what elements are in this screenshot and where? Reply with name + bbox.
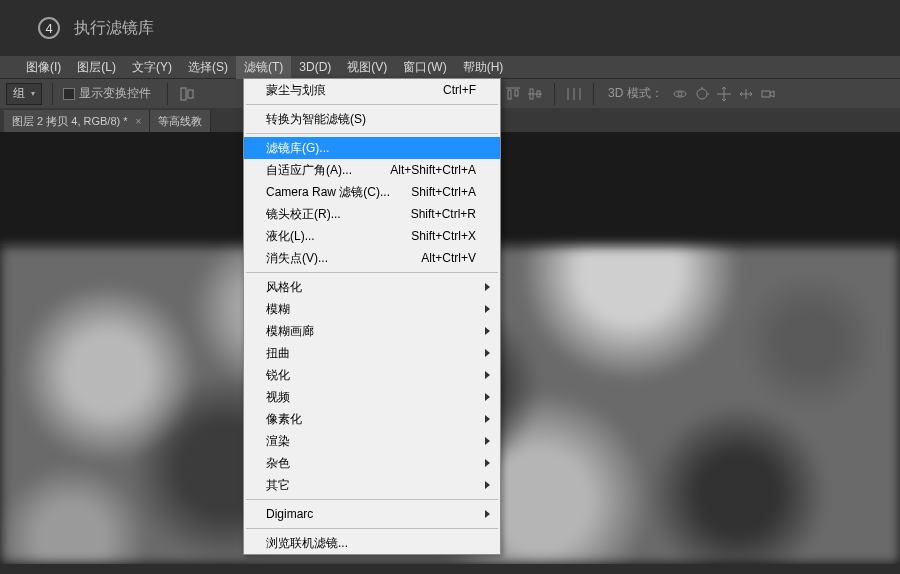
svg-point-12 [678, 92, 682, 96]
filter-menu-item[interactable]: 扭曲 [244, 342, 500, 364]
menu-separator [246, 104, 498, 105]
show-transform-label: 显示变换控件 [79, 85, 151, 102]
filter-menu-item[interactable]: 转换为智能滤镜(S) [244, 108, 500, 130]
menu-item[interactable]: 窗口(W) [395, 56, 454, 79]
menu-separator [246, 133, 498, 134]
menu-item-label: 蒙尘与划痕 [266, 82, 443, 99]
filter-menu-item[interactable]: 镜头校正(R)...Shift+Ctrl+R [244, 203, 500, 225]
separator [52, 83, 53, 105]
svg-point-13 [697, 89, 707, 99]
submenu-arrow-icon [485, 349, 490, 357]
menu-item[interactable]: 滤镜(T) [236, 56, 291, 79]
menu-bar: 图像(I)图层(L)文字(Y)选择(S)滤镜(T)3D(D)视图(V)窗口(W)… [0, 56, 900, 78]
filter-menu-item[interactable]: 视频 [244, 386, 500, 408]
submenu-arrow-icon [485, 481, 490, 489]
filter-menu-item[interactable]: 其它 [244, 474, 500, 496]
document-tab-label: 图层 2 拷贝 4, RGB/8) * [12, 114, 128, 129]
filter-menu-item[interactable]: 模糊 [244, 298, 500, 320]
filter-menu-item[interactable]: 风格化 [244, 276, 500, 298]
filter-menu-item[interactable]: 浏览联机滤镜... [244, 532, 500, 554]
step-title-bar: 4 执行滤镜库 [0, 0, 900, 56]
menu-item[interactable]: 图像(I) [18, 56, 69, 79]
menu-item[interactable]: 帮助(H) [455, 56, 512, 79]
filter-menu-item[interactable]: 滤镜库(G)... [244, 137, 500, 159]
menu-separator [246, 528, 498, 529]
svg-rect-0 [181, 88, 186, 100]
menu-item-label: 渲染 [266, 433, 476, 450]
submenu-arrow-icon [485, 459, 490, 467]
layer-group-combo-label: 组 [13, 85, 25, 102]
filter-menu-item[interactable]: 杂色 [244, 452, 500, 474]
filter-menu-item[interactable]: 自适应广角(A)...Alt+Shift+Ctrl+A [244, 159, 500, 181]
menu-item-shortcut: Alt+Shift+Ctrl+A [390, 163, 476, 177]
submenu-arrow-icon [485, 283, 490, 291]
menu-item-label: 锐化 [266, 367, 476, 384]
orbit-3d-icon[interactable] [671, 85, 689, 103]
filter-menu-item[interactable]: 像素化 [244, 408, 500, 430]
pan-3d-icon[interactable] [715, 85, 733, 103]
svg-rect-14 [762, 91, 770, 97]
menu-item[interactable]: 视图(V) [339, 56, 395, 79]
submenu-arrow-icon [485, 371, 490, 379]
align-middle-icon[interactable] [526, 85, 544, 103]
camera-3d-icon[interactable] [759, 85, 777, 103]
filter-menu-dropdown: 蒙尘与划痕Ctrl+F转换为智能滤镜(S)滤镜库(G)...自适应广角(A)..… [243, 78, 501, 555]
rotate-3d-icon[interactable] [693, 85, 711, 103]
menu-item[interactable]: 3D(D) [291, 57, 339, 77]
3d-mode-label: 3D 模式： [608, 85, 663, 102]
layer-group-combo[interactable]: 组 ▾ [6, 83, 42, 105]
status-bar [0, 564, 900, 574]
step-number-badge: 4 [38, 17, 60, 39]
filter-menu-item[interactable]: 渲染 [244, 430, 500, 452]
menu-item-label: Digimarc [266, 507, 476, 521]
menu-item[interactable]: 选择(S) [180, 56, 236, 79]
document-tab-label: 等高线教 [158, 114, 202, 129]
step-title-text: 执行滤镜库 [74, 18, 154, 39]
menu-item-label: 像素化 [266, 411, 476, 428]
submenu-arrow-icon [485, 305, 490, 313]
filter-menu-item[interactable]: Camera Raw 滤镜(C)...Shift+Ctrl+A [244, 181, 500, 203]
document-tab[interactable]: 等高线教 [150, 110, 211, 132]
slide-3d-icon[interactable] [737, 85, 755, 103]
menu-item[interactable]: 图层(L) [69, 56, 124, 79]
align-top-icon[interactable] [504, 85, 522, 103]
menu-item-shortcut: Ctrl+F [443, 83, 476, 97]
menu-item-label: 杂色 [266, 455, 476, 472]
menu-item-label: 液化(L)... [266, 228, 411, 245]
menu-item-label: 滤镜库(G)... [266, 140, 476, 157]
distribute-icon[interactable] [565, 85, 583, 103]
filter-menu-item[interactable]: Digimarc [244, 503, 500, 525]
menu-item-label: 视频 [266, 389, 476, 406]
menu-item-shortcut: Alt+Ctrl+V [421, 251, 476, 265]
svg-rect-1 [188, 90, 193, 98]
filter-menu-item[interactable]: 液化(L)...Shift+Ctrl+X [244, 225, 500, 247]
show-transform-checkbox[interactable] [63, 88, 75, 100]
menu-item-label: 风格化 [266, 279, 476, 296]
menu-item[interactable]: 文字(Y) [124, 56, 180, 79]
chevron-down-icon: ▾ [31, 89, 35, 98]
menu-item-label: Camera Raw 滤镜(C)... [266, 184, 411, 201]
filter-menu-item[interactable]: 消失点(V)...Alt+Ctrl+V [244, 247, 500, 269]
separator [167, 83, 168, 105]
svg-rect-4 [515, 90, 518, 96]
menu-item-label: 消失点(V)... [266, 250, 421, 267]
menu-item-label: 其它 [266, 477, 476, 494]
menu-item-label: 扭曲 [266, 345, 476, 362]
menu-item-label: 镜头校正(R)... [266, 206, 411, 223]
menu-item-shortcut: Shift+Ctrl+X [411, 229, 476, 243]
filter-menu-item[interactable]: 模糊画廊 [244, 320, 500, 342]
menu-separator [246, 499, 498, 500]
menu-item-shortcut: Shift+Ctrl+A [411, 185, 476, 199]
submenu-arrow-icon [485, 437, 490, 445]
close-icon[interactable]: × [136, 116, 142, 127]
filter-menu-item[interactable]: 蒙尘与划痕Ctrl+F [244, 79, 500, 101]
menu-item-label: 自适应广角(A)... [266, 162, 390, 179]
filter-menu-item[interactable]: 锐化 [244, 364, 500, 386]
menu-item-label: 模糊画廊 [266, 323, 476, 340]
submenu-arrow-icon [485, 510, 490, 518]
menu-item-label: 浏览联机滤镜... [266, 535, 476, 552]
svg-rect-3 [508, 90, 511, 99]
separator [554, 83, 555, 105]
document-tab[interactable]: 图层 2 拷贝 4, RGB/8) *× [4, 110, 150, 132]
align-icon[interactable] [178, 85, 196, 103]
